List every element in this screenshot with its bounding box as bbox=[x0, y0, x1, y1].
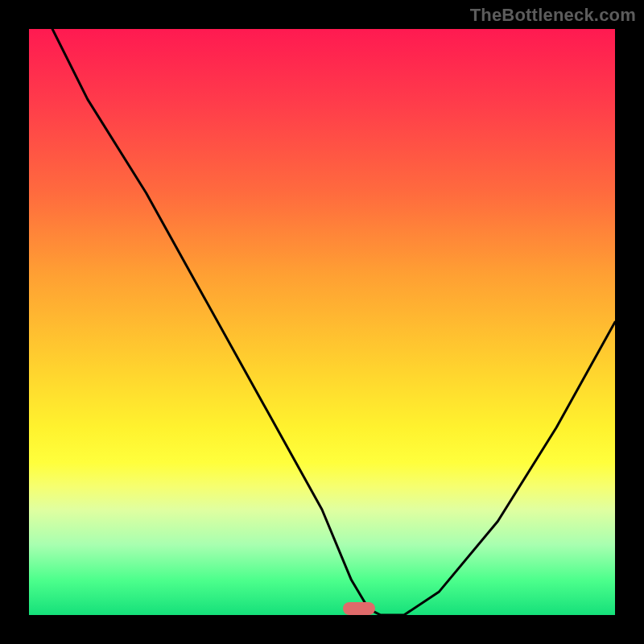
optimal-marker bbox=[343, 602, 375, 615]
watermark-text: TheBottleneck.com bbox=[470, 5, 636, 26]
chart-container: TheBottleneck.com bbox=[0, 0, 644, 644]
bottleneck-curve bbox=[29, 29, 615, 615]
